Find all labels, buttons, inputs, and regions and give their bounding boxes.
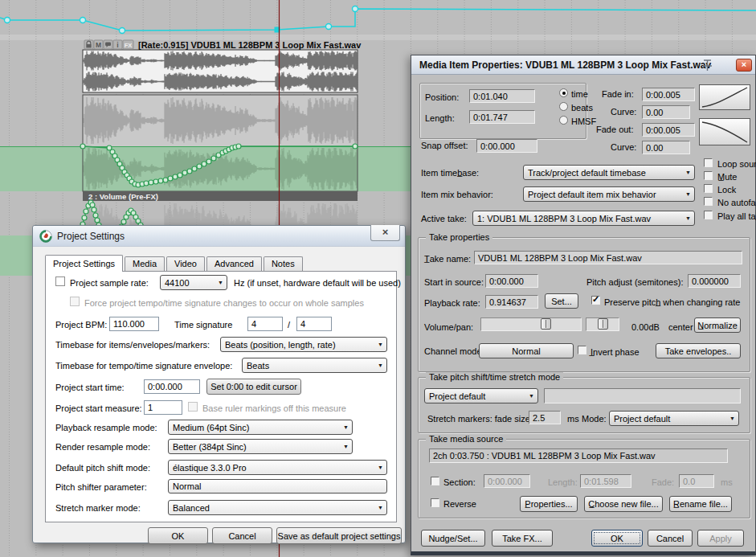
media-item-track1[interactable]: M i FX [Rate:0.915] VDUB1 ML 128BPM 3 Lo… [83, 40, 362, 92]
pitch-mode-combo[interactable]: Project default [424, 388, 538, 403]
start-time-field[interactable]: 0:00.000 [144, 379, 200, 394]
envelope-point[interactable] [149, 180, 153, 185]
bpm-field[interactable]: 110.000 [109, 317, 159, 331]
time-signature-numerator[interactable]: 4 [247, 317, 283, 331]
apply-button[interactable]: Apply [697, 530, 744, 547]
playback-resample-combo[interactable]: Medium (64pt Sinc) [168, 420, 353, 435]
media-item-titlebar[interactable]: Media Item Properties: VDUB1 ML 128BPM 3… [411, 55, 755, 75]
length-field[interactable]: 0:01.747 [469, 110, 535, 124]
cancel-button[interactable]: Cancel [212, 527, 272, 544]
envelope-point[interactable] [144, 181, 149, 186]
cancel-button[interactable]: Cancel [648, 530, 693, 547]
position-field[interactable]: 0:01.040 [469, 89, 535, 103]
set-rate-button[interactable]: Set... [545, 293, 578, 309]
envelope-point[interactable] [197, 164, 202, 169]
fade-out-curve-field[interactable]: 0.00 [642, 141, 690, 154]
envelope-point[interactable] [95, 218, 100, 223]
envelope-point[interactable] [353, 144, 358, 149]
stretch-marker-mode-combo[interactable]: Balanced [168, 500, 387, 515]
start-in-source-field[interactable]: 0:00.000 [485, 274, 538, 288]
take-envelopes-button[interactable]: Take envelopes.. [656, 343, 741, 358]
envelope-point[interactable] [206, 159, 211, 164]
envelope-point[interactable] [168, 176, 173, 181]
envelope-point[interactable] [158, 178, 163, 183]
force-whole-samples-checkbox[interactable] [70, 297, 80, 306]
preserve-pitch-checkbox[interactable] [591, 296, 600, 305]
envelope-point[interactable] [182, 170, 187, 175]
invert-phase-checkbox[interactable] [578, 346, 586, 354]
volume-slider[interactable] [480, 317, 582, 331]
choose-new-file-button[interactable]: C̲hoose new file... [584, 496, 663, 512]
envelope-point[interactable] [153, 179, 158, 184]
section-fade-field[interactable]: 0.0 [679, 474, 714, 488]
envelope-point[interactable] [178, 173, 182, 178]
play-all-takes-checkbox[interactable] [704, 211, 713, 219]
fade-out-field[interactable]: 0:00.005 [642, 123, 695, 137]
volume-slider-handle[interactable] [541, 318, 551, 330]
close-button[interactable]: × [736, 59, 752, 72]
envelope-point[interactable] [82, 215, 87, 220]
item-mix-combo[interactable]: Project default item mix behavior [523, 186, 695, 202]
time-signature-denominator[interactable]: 4 [296, 317, 332, 331]
pan-slider-handle[interactable] [598, 318, 608, 330]
envelope-point[interactable] [163, 178, 168, 182]
rename-file-button[interactable]: R̲ename file... [669, 496, 732, 512]
envelope-point[interactable] [353, 6, 358, 12]
pan-slider[interactable] [586, 317, 619, 331]
envelope-point[interactable] [121, 219, 126, 224]
playback-rate-field[interactable]: 0.914637 [485, 295, 538, 309]
section-checkbox[interactable] [431, 477, 439, 485]
fade-in-field[interactable]: 0:00.005 [642, 88, 695, 101]
tab-media[interactable]: Media [125, 256, 165, 271]
channel-mode-button[interactable]: Normal [479, 343, 574, 358]
pitch-submode-field[interactable] [544, 388, 741, 403]
set-zero-cursor-button[interactable]: Set 0:00 to edit cursor [206, 379, 301, 395]
section-start-field[interactable]: 0:00.000 [484, 474, 530, 488]
envelope-point[interactable] [93, 213, 98, 218]
loop-source-checkbox[interactable] [704, 158, 713, 167]
start-measure-field[interactable]: 1 [144, 400, 182, 415]
sample-rate-checkbox[interactable] [55, 276, 65, 286]
pitch-shifter-param-field[interactable]: Normal [168, 479, 387, 494]
envelope-point[interactable] [326, 24, 332, 30]
item-notes-button[interactable] [104, 40, 112, 49]
normalize-button[interactable]: N̲ormalize [694, 317, 741, 333]
close-button[interactable]: × [370, 225, 400, 241]
envelope-point[interactable] [120, 28, 125, 34]
envelope-point[interactable] [211, 156, 216, 161]
take-fx-button[interactable]: Take FX... [492, 530, 553, 547]
render-resample-combo[interactable]: Better (384pt Sinc) [168, 439, 353, 454]
ok-button[interactable]: OK [148, 527, 208, 544]
no-autofades-checkbox[interactable] [704, 197, 713, 206]
mute-checkbox[interactable] [704, 171, 713, 180]
tab-advanced[interactable]: Advanced [206, 256, 262, 271]
envelope-point[interactable] [192, 166, 197, 171]
item-timebase-combo[interactable]: Track/project default timebase [523, 165, 695, 180]
envelope-point[interactable] [236, 144, 241, 149]
tab-notes[interactable]: Notes [264, 256, 303, 271]
source-properties-button[interactable]: P̲roperties... [520, 496, 578, 512]
stretch-mode-combo[interactable]: Project default [609, 411, 739, 426]
nudge-set-button[interactable]: Nudge/Set... [421, 530, 485, 547]
snap-offset-field[interactable]: 0:00.000 [476, 139, 537, 153]
item-info-button[interactable]: i [113, 40, 122, 49]
envelope-point[interactable] [90, 203, 95, 207]
tab-project-settings[interactable]: Project Settings [45, 255, 123, 272]
fade-out-curve-button[interactable] [699, 118, 750, 145]
fade-in-curve-field[interactable]: 0.00 [642, 105, 690, 119]
item-mute-button[interactable]: M [94, 40, 103, 49]
unit-time-radio[interactable] [559, 88, 568, 97]
envelope-point[interactable] [84, 209, 88, 214]
timebase-items-combo[interactable]: Beats (position, length, rate) [220, 337, 387, 352]
envelope-point[interactable] [92, 207, 96, 212]
envelope-point[interactable] [173, 174, 178, 179]
take-name-field[interactable]: VDUB1 ML 128BPM 3 Loop Mix Fast.wav [474, 251, 742, 264]
item-lock-button[interactable] [84, 40, 93, 49]
unit-beats-radio[interactable] [559, 102, 568, 111]
envelope-point[interactable] [5, 18, 10, 23]
unit-hmsf-radio[interactable] [559, 116, 568, 125]
section-length-field[interactable]: 0:01.598 [580, 474, 631, 488]
sample-rate-combo[interactable]: 44100 [160, 275, 227, 290]
base-ruler-checkbox[interactable] [188, 402, 198, 412]
source-file-field[interactable]: 2ch 0:03.750 : VDUB1 ML 128BPM 3 Loop Mi… [429, 448, 728, 463]
